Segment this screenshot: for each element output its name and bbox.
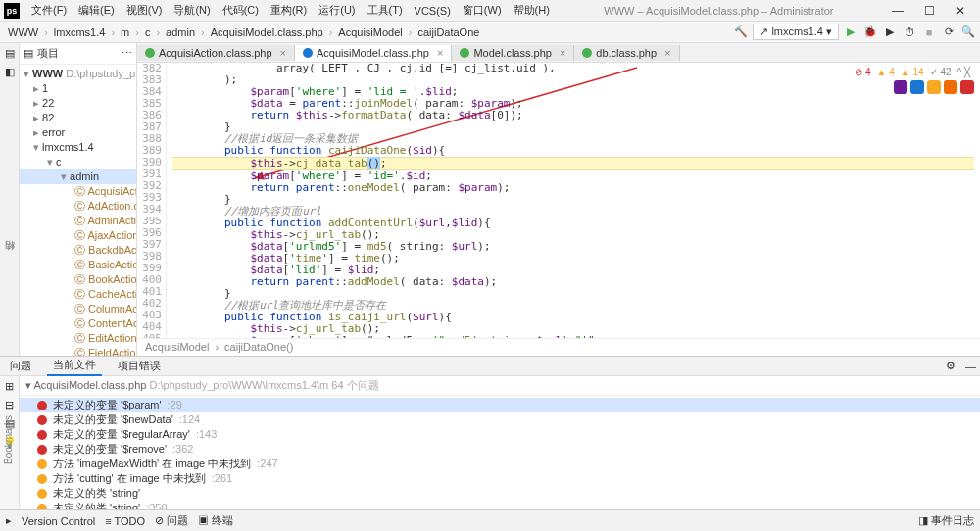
window-title: WWW – AcquisiModel.class.php – Administr… <box>556 5 882 17</box>
sb-eventlog[interactable]: ◨ 事件日志 <box>918 513 974 528</box>
tree-folder-admin[interactable]: admin <box>20 169 136 184</box>
profile-icon[interactable]: ⏱ <box>902 24 917 40</box>
sb-vcs[interactable]: Version Control <box>22 515 95 527</box>
structure-tool-button[interactable]: ◧ <box>5 66 15 78</box>
expand-all-icon[interactable]: ⊞ <box>5 380 14 393</box>
tree-file[interactable]: Ⓒ AdminAction.class.php <box>20 214 136 228</box>
stop-icon[interactable]: ■ <box>921 24 937 40</box>
project-tree[interactable]: WWW D:\phpstudy_pro\WWW 1 22 82 error lm… <box>20 65 136 356</box>
palette-swatch[interactable] <box>927 80 941 94</box>
crumb[interactable]: AcquisiModel.class.php <box>207 26 327 38</box>
crumb[interactable]: lmxcms1.4 <box>50 26 110 38</box>
tree-folder[interactable]: 22 <box>20 96 136 111</box>
run-icon[interactable]: ▶ <box>843 24 858 40</box>
project-header: ▤ 项目 ⋯ <box>20 43 136 65</box>
editor-tab[interactable]: AcquisiModel.class.php× <box>295 45 452 62</box>
problem-item[interactable]: 未定义的类 'string' <box>20 486 980 501</box>
problem-item[interactable]: 方法 'imageMaxWidth' 在 image 中未找到:247 <box>20 457 980 471</box>
tree-file[interactable]: Ⓒ FieldAction.class.php <box>20 346 136 356</box>
problem-item[interactable]: 未定义的变量 '$param':29 <box>20 398 980 412</box>
code-area[interactable]: 3823833843853863873883893903913923933943… <box>137 63 980 338</box>
palette-swatch[interactable] <box>894 80 907 94</box>
close-button[interactable]: ✕ <box>945 4 976 18</box>
editor-breadcrumb[interactable]: AcquisiModel › caijiDataOne() <box>137 338 980 356</box>
sb-todo[interactable]: ≡ TODO <box>105 515 145 527</box>
menu-help[interactable]: 帮助(H) <box>508 3 556 18</box>
run-config-dropdown[interactable]: ↗ lmxcms1.4 ▾ <box>753 24 839 40</box>
close-tab-icon[interactable]: × <box>437 47 443 59</box>
update-icon[interactable]: ⟳ <box>941 24 956 40</box>
menu-refactor[interactable]: 重构(R) <box>265 3 313 18</box>
tree-folder-c[interactable]: c <box>20 155 136 169</box>
sb-terminal[interactable]: ▣ 终端 <box>198 513 233 528</box>
project-tool-button[interactable]: ▤ <box>5 47 15 60</box>
tree-file[interactable]: Ⓒ ContentAction.class.php <box>20 316 136 331</box>
editor-tab[interactable]: Model.class.php× <box>452 45 574 61</box>
crumb[interactable]: c <box>141 26 155 38</box>
inspections-summary[interactable]: ⊘ 4 ▲ 4 ▲ 14 ✓ 42 ^ ╳ <box>851 65 974 79</box>
problems-list[interactable]: 未定义的变量 '$param':29未定义的变量 '$newData':124未… <box>20 396 980 509</box>
problems-file-header[interactable]: ▾ AcquisiModel.class.php D:\phpstudy_pro… <box>20 376 980 396</box>
panel-minimize-icon[interactable]: — <box>965 361 976 372</box>
build-icon[interactable]: 🔨 <box>733 24 749 40</box>
code-content[interactable]: array( LEFT , CJ , cj.id [=] cj_list.uid… <box>167 63 980 338</box>
collapse-icon[interactable]: ⋯ <box>122 47 132 60</box>
menu-code[interactable]: 代码(C) <box>217 3 265 18</box>
palette-swatch[interactable] <box>910 80 924 94</box>
menu-view[interactable]: 视图(V) <box>121 3 169 18</box>
tree-folder-lmx[interactable]: lmxcms1.4 <box>20 140 136 155</box>
problem-item[interactable]: 未定义的类 'string':358 <box>20 501 980 509</box>
tree-file[interactable]: Ⓒ AcquisiAction.class.php <box>20 184 136 199</box>
crumb[interactable]: admin <box>162 26 199 38</box>
tree-file[interactable]: Ⓒ CacheAction.class.php <box>20 287 136 302</box>
structure-tw-label[interactable]: 结构 <box>1 255 19 263</box>
menu-edit[interactable]: 编辑(E) <box>73 3 121 18</box>
ptab-project-errors[interactable]: 项目错误 <box>112 357 167 375</box>
debug-icon[interactable]: 🐞 <box>862 24 878 40</box>
tree-file[interactable]: Ⓒ BackdbAction.class.php <box>20 243 136 258</box>
search-icon[interactable]: 🔍 <box>960 24 976 40</box>
crumb[interactable]: m <box>117 26 133 38</box>
ptab-current-file[interactable]: 当前文件 <box>47 356 102 376</box>
tree-root[interactable]: WWW D:\phpstudy_pro\WWW <box>20 67 136 81</box>
tree-file[interactable]: Ⓒ BookAction.class.php <box>20 272 136 287</box>
error-icon <box>37 401 47 410</box>
tree-file[interactable]: Ⓒ AdAction.class.php <box>20 199 136 214</box>
tree-folder[interactable]: 1 <box>20 81 136 96</box>
palette-swatch[interactable] <box>960 80 974 94</box>
palette-swatch[interactable] <box>944 80 957 94</box>
crumb[interactable]: caijiDataOne <box>414 26 483 38</box>
sb-problems[interactable]: ⊘ 问题 <box>155 513 188 528</box>
tree-file[interactable]: Ⓒ BasicAction.class.php <box>20 258 136 272</box>
panel-gear-icon[interactable]: ⚙ <box>946 360 956 372</box>
menu-file[interactable]: 文件(F) <box>25 3 73 18</box>
tree-folder[interactable]: error <box>20 125 136 140</box>
menu-tools[interactable]: 工具(T) <box>362 3 409 18</box>
tree-file[interactable]: Ⓒ AjaxAction.class.php <box>20 228 136 243</box>
problem-item[interactable]: 未定义的变量 '$remove':362 <box>20 442 980 457</box>
close-tab-icon[interactable]: × <box>280 47 286 59</box>
menu-vcs[interactable]: VCS(S) <box>409 5 457 17</box>
bookmarks-tw-label[interactable]: Bookmarks <box>1 411 16 468</box>
menu-run[interactable]: 运行(U) <box>313 3 361 18</box>
problem-item[interactable]: 未定义的变量 '$newData':124 <box>20 412 980 427</box>
maximize-button[interactable]: ☐ <box>913 4 945 18</box>
tree-folder[interactable]: 82 <box>20 111 136 125</box>
collapse-all-icon[interactable]: ⊟ <box>5 399 14 411</box>
editor-tab[interactable]: AcquisiAction.class.php× <box>137 45 295 61</box>
coverage-icon[interactable]: ▶ <box>882 24 898 40</box>
php-file-icon <box>582 48 592 58</box>
minimize-button[interactable]: — <box>882 4 913 18</box>
close-tab-icon[interactable]: × <box>560 47 565 59</box>
ptab-problems[interactable]: 问题 <box>4 357 37 375</box>
close-tab-icon[interactable]: × <box>664 47 670 59</box>
crumb[interactable]: WWW <box>4 26 42 38</box>
tree-file[interactable]: Ⓒ EditAction.class.php <box>20 331 136 346</box>
problem-item[interactable]: 未定义的变量 '$regularArray':143 <box>20 427 980 442</box>
tree-file[interactable]: Ⓒ ColumnAction.class.php <box>20 302 136 316</box>
menu-window[interactable]: 窗口(W) <box>457 3 508 18</box>
problem-item[interactable]: 方法 'cutting' 在 image 中未找到:261 <box>20 471 980 486</box>
crumb[interactable]: AcquisiModel <box>334 26 406 38</box>
editor-tab[interactable]: db.class.php× <box>574 45 679 61</box>
menu-navigate[interactable]: 导航(N) <box>168 3 216 18</box>
